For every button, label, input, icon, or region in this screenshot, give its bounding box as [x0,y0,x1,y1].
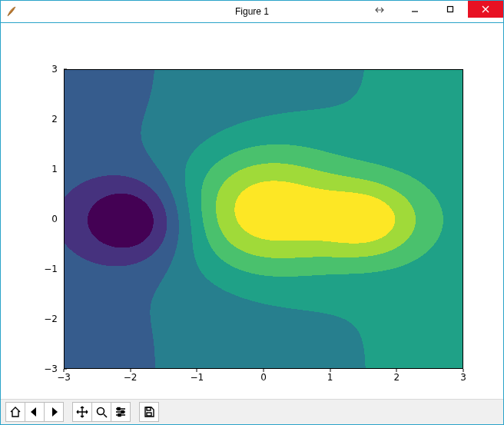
subplots-button[interactable] [111,402,131,422]
y-tick-label: −1 [44,264,58,274]
x-tick-label: 3 [460,372,466,383]
toolbar-separator [63,412,72,413]
app-window: Figure 1 −3−2−10123 −3−2−10123 [0,0,504,425]
y-tick-label: −3 [44,364,58,374]
svg-rect-2 [118,408,120,410]
arrow-right-icon [48,406,60,418]
svg-rect-0 [448,7,453,12]
window-controls [397,1,503,18]
contour-plot-canvas [65,70,463,369]
figure-canvas-area: −3−2−10123 −3−2−10123 [1,23,503,400]
pan-button[interactable] [72,402,92,422]
y-tick-label: 3 [51,64,58,75]
plot-axes[interactable] [64,69,463,369]
mpl-nav-toolbar [1,399,503,424]
save-button[interactable] [139,402,159,422]
x-tick-label: 1 [327,372,333,383]
svg-rect-5 [147,407,151,410]
sliders-icon [114,406,127,418]
x-tick-label: 0 [260,372,267,383]
y-tick-label: 1 [51,164,58,174]
forward-button[interactable] [44,402,64,422]
titlebar: Figure 1 [1,1,503,23]
figure-client: −3−2−10123 −3−2−10123 [1,23,503,424]
move-icon [76,406,88,418]
x-tick-label: 2 [394,372,400,383]
back-button[interactable] [25,402,45,422]
svg-rect-4 [118,414,121,417]
save-icon [143,406,155,418]
home-button[interactable] [5,402,25,422]
close-button[interactable] [468,1,503,18]
y-tick-label: 2 [51,114,58,125]
x-tick-label: −2 [124,372,138,383]
minimize-button[interactable] [397,1,433,18]
toolbar-separator [130,412,139,413]
svg-rect-6 [147,413,151,416]
svg-point-1 [98,408,104,415]
x-tick-label: −3 [57,372,71,383]
svg-rect-3 [121,411,124,413]
x-tick-label: −1 [190,372,204,383]
maximize-button[interactable] [433,1,468,18]
expand-arrows-icon[interactable] [371,2,388,18]
zoom-button[interactable] [91,402,111,422]
y-tick-label: −2 [44,314,58,324]
arrow-left-icon [28,406,41,418]
y-tick-label: 0 [51,214,58,224]
home-icon [9,406,22,418]
tk-feather-icon [5,5,18,18]
magnifier-icon [95,406,108,418]
